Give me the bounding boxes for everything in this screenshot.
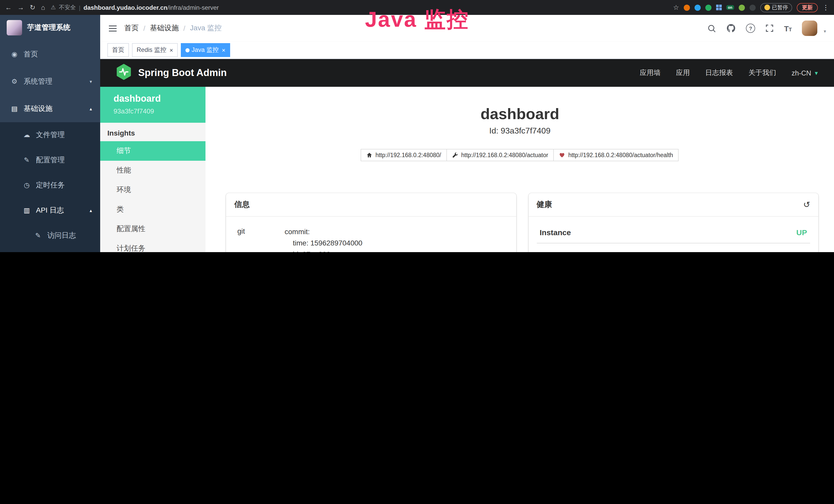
- health-instance-row[interactable]: Instance UP: [536, 221, 810, 244]
- address-bar[interactable]: ⚠ 不安全 | dashboard.yudao.iocoder.cn/infra…: [51, 4, 667, 11]
- info-card-title: 信息: [234, 200, 250, 209]
- sba-item-scheduled-tasks[interactable]: 计划任务: [100, 239, 205, 252]
- paused-badge[interactable]: 已暂停: [760, 3, 792, 12]
- update-button[interactable]: 更新: [797, 3, 818, 12]
- user-avatar[interactable]: [802, 21, 817, 36]
- sidebar-item-config[interactable]: ✎ 配置管理: [0, 147, 100, 173]
- sidebar-item-infra[interactable]: ▤ 基础设施 ▴: [0, 95, 100, 122]
- extension-icon-grid[interactable]: [716, 5, 722, 10]
- extension-icon-puzzle[interactable]: [749, 4, 755, 10]
- file-icon: ☁: [23, 131, 31, 139]
- gear-icon: ⚙: [10, 77, 19, 85]
- wrench-icon: [452, 152, 458, 158]
- extension-icon-green[interactable]: [705, 4, 711, 10]
- insights-label: Insights: [100, 123, 205, 141]
- tab-label: 首页: [112, 46, 124, 54]
- locale-value: zh-CN: [792, 69, 811, 77]
- locale-select[interactable]: zh-CN ▼: [792, 69, 819, 77]
- sba-nav-wallboard[interactable]: 应用墙: [640, 68, 661, 77]
- extension-icon-on-switch[interactable]: on: [726, 5, 734, 10]
- git-id-line: id: 27aa832: [285, 249, 505, 252]
- sba-main: dashboard Id: 93a3fc7f7409 http://192.16…: [205, 87, 834, 252]
- sidebar-item-label: 文件管理: [36, 130, 65, 139]
- sba-nav-applications[interactable]: 应用: [676, 68, 690, 77]
- sidebar-item-access-log[interactable]: ✎ 访问日志: [0, 223, 100, 248]
- forward-icon[interactable]: →: [18, 4, 24, 11]
- sba-instance-header[interactable]: dashboard 93a3fc7f7409: [100, 87, 205, 123]
- sidebar-item-api-log[interactable]: ▥ API 日志 ▴: [0, 198, 100, 223]
- breadcrumb-infra[interactable]: 基础设施: [150, 24, 179, 33]
- address-divider: |: [79, 4, 81, 10]
- history-icon[interactable]: ↺: [803, 200, 810, 209]
- info-card: 信息 git commit: time: 1596289704000 id: 2…: [226, 193, 516, 252]
- fullscreen-icon[interactable]: [765, 24, 774, 32]
- breadcrumb-separator: /: [143, 24, 146, 32]
- service-url-button[interactable]: http://192.168.0.2:48080/: [360, 149, 447, 161]
- sidebar-item-system[interactable]: ⚙ 系统管理 ▾: [0, 68, 100, 95]
- help-icon[interactable]: ?: [746, 24, 755, 33]
- sidebar-item-label: 访问日志: [47, 231, 76, 240]
- app-frame: 芋道管理系统 ◉ 首页 ⚙ 系统管理 ▾ ▤ 基础设施 ▴ ☁ 文件管理: [0, 15, 834, 252]
- tab-home[interactable]: 首页: [107, 43, 129, 57]
- sidebar-item-jobs[interactable]: ◷ 定时任务: [0, 173, 100, 198]
- sidebar-item-files[interactable]: ☁ 文件管理: [0, 122, 100, 147]
- git-commit-line: commit:: [285, 226, 505, 237]
- sidebar-item-home[interactable]: ◉ 首页: [0, 41, 100, 68]
- health-card-title: 健康: [536, 200, 552, 209]
- bookmark-star-icon[interactable]: ☆: [673, 4, 679, 11]
- url-text: dashboard.yudao.iocoder.cn/infra/admin-s…: [84, 4, 219, 11]
- home-icon[interactable]: ⌂: [41, 4, 45, 11]
- active-dot: [185, 48, 190, 52]
- sba-nav: 应用墙 应用 日志报表 关于我们 zh-CN ▼: [640, 68, 819, 77]
- infra-icon: ▤: [10, 105, 19, 112]
- extension-icon-leaf[interactable]: [739, 4, 745, 10]
- refresh-icon[interactable]: ↻: [30, 4, 36, 11]
- chevron-up-icon: ▴: [90, 106, 92, 111]
- sba-item-config-props[interactable]: 配置属性: [100, 219, 205, 239]
- sba-nav-journal[interactable]: 日志报表: [705, 68, 733, 77]
- instance-name: dashboard: [113, 93, 198, 104]
- sidebar-item-label: API 日志: [36, 206, 64, 215]
- tab-label: Java 监控: [192, 46, 219, 54]
- sba-item-environment[interactable]: 环境: [100, 180, 205, 200]
- browser-menu-icon[interactable]: ⋮: [822, 4, 829, 11]
- app-logo: [7, 20, 22, 36]
- instance-title: dashboard: [205, 105, 834, 123]
- close-icon[interactable]: ×: [222, 46, 225, 54]
- sba-item-details[interactable]: 细节: [100, 141, 205, 161]
- sba-body: dashboard 93a3fc7f7409 Insights 细节 性能 环境…: [100, 87, 834, 252]
- extension-icon-orange[interactable]: [684, 4, 690, 10]
- health-url-button[interactable]: http://192.168.0.2:48080/actuator/health: [553, 149, 679, 161]
- app-title: 芋道管理系统: [27, 23, 70, 32]
- chevron-down-icon: ▾: [824, 29, 826, 36]
- spring-boot-admin: Spring Boot Admin 应用墙 应用 日志报表 关于我们 zh-CN…: [100, 59, 834, 252]
- close-icon[interactable]: ×: [170, 46, 173, 54]
- screen: ← → ↻ ⌂ ⚠ 不安全 | dashboard.yudao.iocoder.…: [0, 0, 834, 252]
- tab-redis[interactable]: Redis 监控 ×: [132, 43, 178, 57]
- font-size-icon[interactable]: TT: [784, 24, 792, 32]
- github-icon[interactable]: [726, 24, 736, 33]
- back-icon[interactable]: ←: [5, 4, 12, 11]
- access-log-icon: ✎: [34, 232, 42, 239]
- sidebar-item-error-log[interactable]: ✎ 错误日志: [0, 248, 100, 252]
- url-path: /infra/admin-server: [168, 4, 219, 11]
- sba-nav-about[interactable]: 关于我们: [748, 68, 776, 77]
- sba-item-classes[interactable]: 类: [100, 200, 205, 219]
- app-logo-row[interactable]: 芋道管理系统: [0, 15, 100, 41]
- home-icon: [366, 152, 372, 158]
- navbar-actions: ? TT ▾: [707, 21, 826, 36]
- sidebar-toggle-icon[interactable]: [108, 24, 117, 32]
- breadcrumb-home[interactable]: 首页: [124, 24, 139, 33]
- sidebar-item-label: 配置管理: [36, 155, 65, 165]
- health-instance-label: Instance: [540, 228, 571, 237]
- insights-group: Insights 细节 性能 环境 类 配置属性 计划任务: [100, 123, 205, 252]
- actuator-url: http://192.168.0.2:48080/actuator: [461, 152, 548, 158]
- extension-icon-blue-drop[interactable]: [695, 4, 701, 10]
- search-icon[interactable]: [707, 24, 716, 32]
- actuator-url-button[interactable]: http://192.168.0.2:48080/actuator: [446, 149, 554, 161]
- infra-submenu: ☁ 文件管理 ✎ 配置管理 ◷ 定时任务 ▥ API 日志 ▴ ✎: [0, 122, 100, 252]
- face-icon: [764, 5, 770, 10]
- tab-java[interactable]: Java 监控 ×: [181, 43, 230, 57]
- git-time-line: time: 1596289704000: [285, 237, 505, 249]
- sba-item-performance[interactable]: 性能: [100, 161, 205, 180]
